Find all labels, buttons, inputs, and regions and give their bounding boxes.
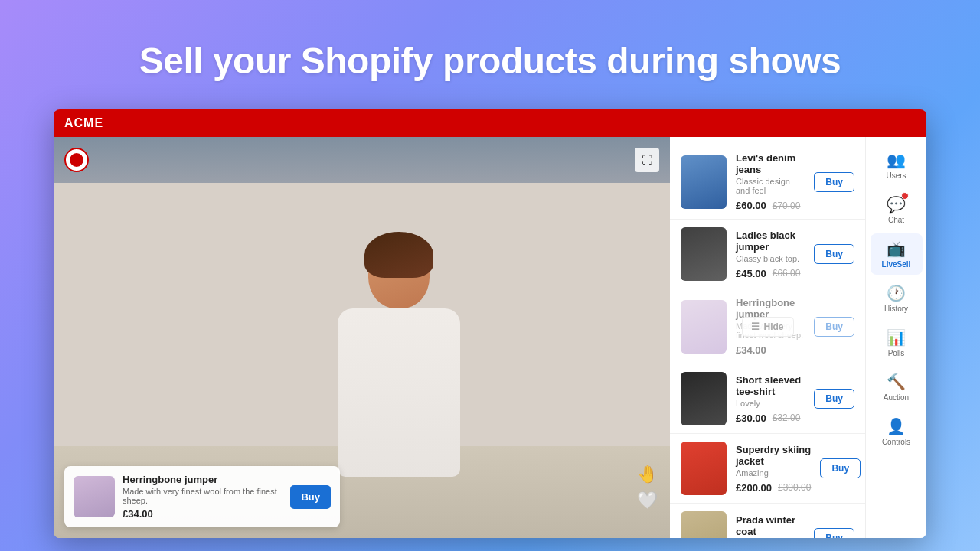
price-current: £60.00 (736, 200, 766, 211)
app-logo: ACME (64, 116, 103, 130)
product-info: Short sleeved tee-shirt Lovely £30.00 £3… (736, 374, 805, 424)
nav-icon-auction: 🔨 (887, 373, 906, 391)
product-name: Levi's denim jeans (736, 152, 805, 175)
video-panel: ⛶ 🤚 🤍 Herringbone jumper Made with very … (54, 137, 670, 538)
hide-overlay[interactable]: ☰ Hide (741, 317, 793, 337)
product-buy-button[interactable]: Buy (814, 317, 854, 337)
sidebar-item-controls[interactable]: 👤 Controls (871, 411, 923, 452)
price-current: £45.00 (736, 268, 766, 279)
product-desc: Amazing (736, 468, 811, 478)
product-buy-button[interactable]: Buy (814, 528, 854, 538)
price-original: £70.00 (773, 201, 801, 211)
price-current: £200.00 (736, 482, 772, 494)
product-name: Superdry skiing jacket (736, 444, 811, 467)
fullscreen-button[interactable]: ⛶ (635, 148, 659, 172)
nav-icon-chat: 💬 (887, 195, 906, 214)
sidebar-nav: 👥 Users 💬 Chat 📺 LiveSell 🕐 History 📊 Po… (865, 137, 926, 538)
nav-label-auction: Auction (884, 393, 909, 402)
product-pricing: £30.00 £32.00 (736, 412, 805, 424)
sidebar-item-chat[interactable]: 💬 Chat (871, 189, 923, 230)
product-buy-button[interactable]: Buy (814, 172, 854, 192)
product-card: Herringbone jumper Made with very finest… (670, 289, 865, 364)
sidebar-item-polls[interactable]: 📊 Polls (871, 322, 923, 364)
product-card: Superdry skiing jacket Amazing £200.00 £… (670, 434, 865, 504)
product-pricing: £34.00 (736, 344, 805, 356)
nav-label-users: Users (886, 171, 906, 180)
hand-icon[interactable]: 🤚 (637, 465, 658, 484)
sidebar-item-history[interactable]: 🕐 History (871, 278, 923, 319)
overlay-product-price: £34.00 (122, 508, 283, 520)
product-card: Prada winter coat This one in a differen… (670, 504, 865, 538)
product-pricing: £200.00 £300.00 (736, 482, 811, 494)
video-person (338, 240, 460, 477)
product-pricing: £45.00 £66.00 (736, 268, 805, 279)
nav-label-history: History (884, 305, 908, 313)
product-name: Prada winter coat (736, 514, 805, 537)
product-thumbnail (681, 511, 727, 538)
product-buy-button[interactable]: Buy (814, 244, 854, 264)
product-info: Levi's denim jeans Classic design and fe… (736, 152, 805, 211)
app-body: ⛶ 🤚 🤍 Herringbone jumper Made with very … (54, 137, 926, 538)
overlay-product-image (74, 476, 115, 517)
record-button[interactable] (64, 148, 89, 172)
sidebar-item-users[interactable]: 👥 Users (871, 145, 923, 186)
product-thumbnail (681, 300, 727, 354)
overlay-product-info: Herringbone jumper Made with very finest… (122, 474, 283, 520)
product-thumbnail (681, 227, 727, 281)
nav-label-livesell: LiveSell (882, 260, 911, 269)
title-bar: ACME (54, 109, 926, 137)
price-current: £34.00 (736, 344, 766, 356)
product-buy-button[interactable]: Buy (814, 389, 854, 409)
product-thumbnail (681, 442, 727, 495)
product-info: Superdry skiing jacket Amazing £200.00 £… (736, 444, 811, 494)
app-window: ACME ⛶ (54, 109, 926, 538)
product-thumbnail (681, 155, 727, 209)
sidebar-item-livesell[interactable]: 📺 LiveSell (871, 233, 923, 275)
product-name: Ladies black jumper (736, 230, 805, 253)
product-desc: Classy black top. (736, 254, 805, 263)
product-card: Levi's denim jeans Classic design and fe… (670, 145, 865, 220)
product-desc: Lovely (736, 399, 805, 408)
product-card: Short sleeved tee-shirt Lovely £30.00 £3… (670, 364, 865, 434)
nav-icon-users: 👥 (887, 151, 906, 169)
product-info: Ladies black jumper Classy black top. £4… (736, 230, 805, 279)
overlay-buy-button[interactable]: Buy (290, 485, 331, 509)
hero-title: Sell your Shopify products during shows (0, 18, 980, 97)
fullscreen-icon: ⛶ (642, 154, 652, 166)
price-original: £300.00 (778, 482, 811, 493)
nav-icon-polls: 📊 (887, 328, 906, 347)
product-card: Ladies black jumper Classy black top. £4… (670, 220, 865, 289)
product-name: Short sleeved tee-shirt (736, 374, 805, 397)
nav-icon-history: 🕐 (887, 284, 906, 302)
overlay-product-name: Herringbone jumper (122, 474, 283, 485)
product-pricing: £60.00 £70.00 (736, 200, 805, 211)
nav-icon-livesell: 📺 (887, 240, 906, 258)
nav-label-polls: Polls (888, 349, 905, 357)
product-thumbnail (681, 372, 727, 425)
price-original: £66.00 (773, 268, 801, 279)
hero-section: Sell your Shopify products during shows (0, 0, 980, 109)
product-desc: Classic design and feel (736, 177, 805, 195)
product-overlay: Herringbone jumper Made with very finest… (64, 466, 340, 527)
nav-label-controls: Controls (882, 438, 910, 446)
price-original: £32.00 (773, 412, 801, 423)
products-panel: Levi's denim jeans Classic design and fe… (670, 137, 865, 538)
product-buy-button[interactable]: Buy (820, 458, 861, 478)
overlay-product-desc: Made with very finest wool from the fine… (122, 487, 283, 505)
product-info: Prada winter coat This one in a differen… (736, 514, 805, 538)
price-current: £30.00 (736, 412, 766, 424)
nav-label-chat: Chat (888, 216, 904, 224)
sidebar-item-auction[interactable]: 🔨 Auction (871, 367, 923, 408)
nav-icon-controls: 👤 (887, 417, 906, 435)
heart-icon[interactable]: 🤍 (637, 491, 658, 510)
